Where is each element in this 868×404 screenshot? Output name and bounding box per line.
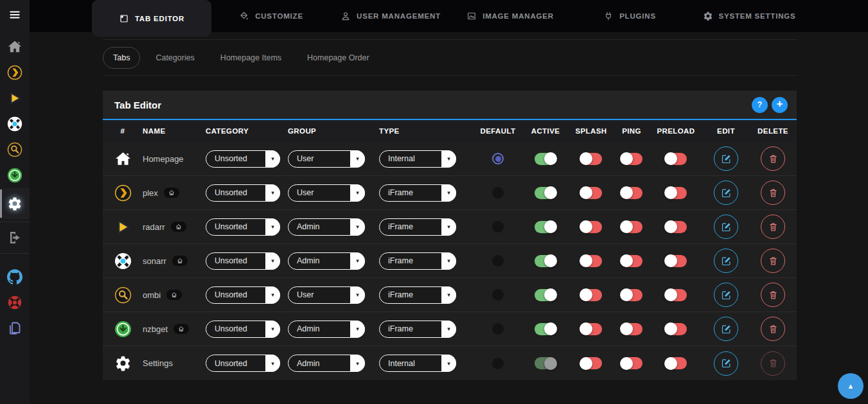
splash-toggle[interactable] xyxy=(580,289,602,301)
sub-tab-homepage-order[interactable]: Homepage Order xyxy=(297,47,380,69)
sidebar-item-radarr[interactable] xyxy=(0,85,30,111)
preload-toggle[interactable] xyxy=(665,153,687,165)
category-select[interactable]: Unsorted▾ xyxy=(206,218,280,236)
default-radio[interactable] xyxy=(492,289,504,301)
preload-toggle[interactable] xyxy=(665,357,687,369)
ping-toggle[interactable] xyxy=(621,323,642,335)
edit-button[interactable] xyxy=(714,180,738,205)
sidebar-item-settings[interactable] xyxy=(0,188,30,219)
type-select[interactable]: Internal▾ xyxy=(379,355,456,372)
active-toggle[interactable] xyxy=(535,289,556,301)
active-toggle[interactable] xyxy=(535,187,556,199)
edit-button[interactable] xyxy=(714,283,738,307)
default-radio[interactable] xyxy=(492,221,504,233)
ping-toggle[interactable] xyxy=(621,221,642,233)
top-tab-plugins[interactable]: PLUGINS xyxy=(570,0,689,32)
sub-tab-categories[interactable]: Categories xyxy=(145,47,204,69)
hamburger-menu-button[interactable] xyxy=(0,4,30,26)
group-select[interactable]: Admin▾ xyxy=(288,218,365,236)
category-select[interactable]: Unsorted▾ xyxy=(206,150,280,168)
ping-toggle[interactable] xyxy=(621,255,642,267)
top-tab-customize[interactable]: CUSTOMIZE xyxy=(211,0,331,32)
ping-toggle[interactable] xyxy=(621,357,642,369)
category-select[interactable]: Unsorted▾ xyxy=(206,321,280,338)
delete-button[interactable] xyxy=(761,249,785,273)
plex-icon xyxy=(114,184,132,202)
default-radio[interactable] xyxy=(492,187,504,198)
sidebar-item-docs[interactable] xyxy=(0,315,30,341)
type-select[interactable]: iFrame▾ xyxy=(379,184,456,202)
help-button[interactable]: ? xyxy=(752,97,768,113)
splash-toggle[interactable] xyxy=(580,255,602,267)
group-select[interactable]: Admin▾ xyxy=(288,252,365,270)
homepage-badge xyxy=(164,188,179,198)
type-select[interactable]: Internal▾ xyxy=(379,150,456,168)
splash-toggle[interactable] xyxy=(580,187,602,199)
type-select[interactable]: iFrame▾ xyxy=(379,286,456,304)
preload-toggle[interactable] xyxy=(665,323,687,335)
delete-button[interactable] xyxy=(761,317,785,341)
default-radio[interactable] xyxy=(492,153,504,164)
splash-toggle[interactable] xyxy=(580,357,602,369)
group-select[interactable]: User▾ xyxy=(288,184,365,202)
edit-button[interactable] xyxy=(714,317,738,341)
add-tab-button[interactable]: + xyxy=(772,97,788,113)
ping-toggle[interactable] xyxy=(621,289,642,301)
delete-button[interactable] xyxy=(761,146,785,171)
sub-tab-homepage-items[interactable]: Homepage Items xyxy=(210,47,292,69)
preload-toggle[interactable] xyxy=(665,221,687,233)
sidebar-item-plex[interactable] xyxy=(0,60,30,85)
group-select[interactable]: Admin▾ xyxy=(288,321,365,338)
preload-toggle[interactable] xyxy=(665,289,687,301)
top-tab-tab-editor[interactable]: TAB EDITOR xyxy=(92,0,211,37)
splash-toggle[interactable] xyxy=(580,153,602,165)
sidebar-item-support[interactable] xyxy=(0,290,30,315)
ping-toggle[interactable] xyxy=(621,153,642,165)
edit-button[interactable] xyxy=(714,351,738,376)
edit-button[interactable] xyxy=(714,215,738,239)
preload-toggle[interactable] xyxy=(665,187,687,199)
category-select[interactable]: Unsorted▾ xyxy=(206,286,280,304)
scroll-to-top-button[interactable]: ▲ xyxy=(838,373,864,399)
default-radio[interactable] xyxy=(492,255,504,267)
sidebar-item-nzbget[interactable] xyxy=(0,162,30,188)
chevron-down-icon: ▾ xyxy=(441,184,456,202)
delete-button[interactable] xyxy=(761,180,785,205)
delete-button[interactable] xyxy=(761,215,785,239)
preload-toggle[interactable] xyxy=(665,255,687,267)
type-select[interactable]: iFrame▾ xyxy=(379,321,456,338)
column-header-edit: EDIT xyxy=(703,127,749,135)
edit-button[interactable] xyxy=(714,249,738,273)
type-select[interactable]: iFrame▾ xyxy=(379,218,456,236)
top-tab-system-settings[interactable]: SYSTEM SETTINGS xyxy=(689,0,809,32)
ping-toggle[interactable] xyxy=(621,187,642,199)
delete-button[interactable] xyxy=(761,351,785,376)
sub-tab-tabs[interactable]: Tabs xyxy=(103,47,140,69)
sidebar-item-sonarr[interactable] xyxy=(0,111,30,137)
group-select[interactable]: Admin▾ xyxy=(288,355,365,372)
group-select[interactable]: User▾ xyxy=(288,150,365,168)
top-tab-user-management[interactable]: USER MANAGEMENT xyxy=(331,0,450,32)
active-toggle[interactable] xyxy=(535,153,556,165)
top-tab-image-manager[interactable]: IMAGE MANAGER xyxy=(450,0,570,32)
category-select[interactable]: Unsorted▾ xyxy=(206,355,280,372)
sidebar-item-home[interactable] xyxy=(0,34,30,60)
default-radio[interactable] xyxy=(492,358,504,369)
splash-toggle[interactable] xyxy=(580,323,602,335)
group-select[interactable]: User▾ xyxy=(288,286,365,304)
type-select[interactable]: iFrame▾ xyxy=(379,252,456,270)
active-toggle[interactable] xyxy=(535,323,556,335)
edit-button[interactable] xyxy=(714,146,738,171)
sidebar-item-ombi[interactable] xyxy=(0,137,30,162)
active-toggle[interactable] xyxy=(535,221,556,233)
category-select[interactable]: Unsorted▾ xyxy=(206,184,280,202)
sidebar-item-github[interactable] xyxy=(0,264,30,290)
default-radio[interactable] xyxy=(492,323,504,335)
sidebar-item-logout[interactable] xyxy=(0,225,30,250)
splash-toggle[interactable] xyxy=(580,221,602,233)
delete-button[interactable] xyxy=(761,283,785,307)
active-toggle[interactable] xyxy=(535,255,556,267)
lifebuoy-icon xyxy=(7,295,22,310)
category-select[interactable]: Unsorted▾ xyxy=(206,252,280,270)
active-toggle[interactable] xyxy=(535,357,556,369)
